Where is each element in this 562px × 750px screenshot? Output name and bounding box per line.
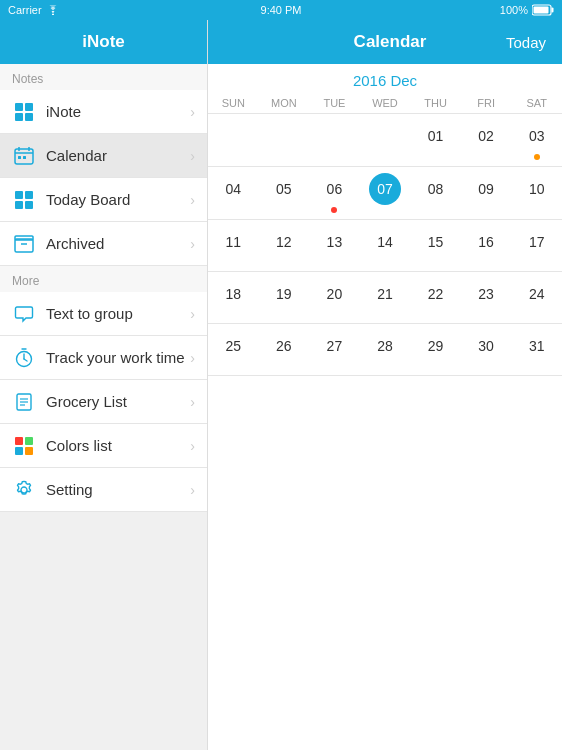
sidebar-item-text-to-group-label: Text to group <box>46 305 190 322</box>
track-work-chevron: › <box>190 350 195 366</box>
calendar-cell-0-1[interactable] <box>259 114 310 167</box>
day-number: 27 <box>318 330 350 362</box>
text-to-group-chevron: › <box>190 306 195 322</box>
sidebar-item-calendar-label: Calendar <box>46 147 190 164</box>
archived-chevron: › <box>190 236 195 252</box>
calendar-cell-3-1[interactable]: 19 <box>259 272 310 324</box>
day-number: 29 <box>420 330 452 362</box>
calendar-cell-2-3[interactable]: 14 <box>360 220 411 272</box>
day-number: 06 <box>318 173 350 205</box>
svg-rect-9 <box>23 156 26 159</box>
calendar-cell-2-2[interactable]: 13 <box>309 220 360 272</box>
day-number: 21 <box>369 278 401 310</box>
calendar-cell-3-2[interactable]: 20 <box>309 272 360 324</box>
calendar-cell-4-1[interactable]: 26 <box>259 324 310 376</box>
day-number: 28 <box>369 330 401 362</box>
day-number: 23 <box>470 278 502 310</box>
calendar-cell-1-5[interactable]: 09 <box>461 167 512 220</box>
calendar-grid: SUN MON TUE WED THU FRI SAT 010203040506… <box>208 93 562 376</box>
calendar-cell-1-0[interactable]: 04 <box>208 167 259 220</box>
day-number: 25 <box>217 330 249 362</box>
calendar-cell-0-4[interactable]: 01 <box>410 114 461 167</box>
calendar-cell-4-0[interactable]: 25 <box>208 324 259 376</box>
calendar-title: Calendar <box>274 32 506 52</box>
status-left: Carrier <box>8 4 60 16</box>
sidebar-item-today-board[interactable]: Today Board › <box>0 178 207 222</box>
sidebar-item-archived-label: Archived <box>46 235 190 252</box>
day-number: 09 <box>470 173 502 205</box>
calendar-cell-0-2[interactable] <box>309 114 360 167</box>
calendar-cell-2-6[interactable]: 17 <box>511 220 562 272</box>
battery-icon <box>532 4 554 16</box>
day-number: 08 <box>420 173 452 205</box>
svg-rect-2 <box>552 8 554 13</box>
weekday-sun: SUN <box>208 93 259 114</box>
status-time: 9:40 PM <box>261 4 302 16</box>
event-dot <box>331 207 337 213</box>
calendar-cell-0-3[interactable] <box>360 114 411 167</box>
day-number: 24 <box>521 278 553 310</box>
sidebar-item-text-to-group[interactable]: Text to group › <box>0 292 207 336</box>
calendar-cell-1-2[interactable]: 06 <box>309 167 360 220</box>
event-dot <box>534 154 540 160</box>
day-number: 17 <box>521 226 553 258</box>
calendar-cell-3-0[interactable]: 18 <box>208 272 259 324</box>
calendar-cell-2-1[interactable]: 12 <box>259 220 310 272</box>
day-number: 07 <box>369 173 401 205</box>
weekday-fri: FRI <box>461 93 512 114</box>
calendar-cell-4-6[interactable]: 31 <box>511 324 562 376</box>
grocery-list-chevron: › <box>190 394 195 410</box>
day-number: 15 <box>420 226 452 258</box>
colors-list-icon <box>12 434 36 458</box>
calendar-month-label: 2016 Dec <box>208 64 562 93</box>
calendar-cell-0-5[interactable]: 02 <box>461 114 512 167</box>
svg-point-0 <box>52 14 54 16</box>
calendar-cell-1-3[interactable]: 07 <box>360 167 411 220</box>
status-right: 100% <box>500 4 554 16</box>
sidebar-item-setting[interactable]: Setting › <box>0 468 207 512</box>
sidebar-item-track-work[interactable]: Track your work time › <box>0 336 207 380</box>
sidebar-item-archived[interactable]: Archived › <box>0 222 207 266</box>
sidebar-item-inote[interactable]: iNote › <box>0 90 207 134</box>
calendar-cell-3-6[interactable]: 24 <box>511 272 562 324</box>
calendar-cell-4-5[interactable]: 30 <box>461 324 512 376</box>
day-number: 26 <box>268 330 300 362</box>
today-button[interactable]: Today <box>506 34 546 51</box>
content-header: Calendar Today <box>208 20 562 64</box>
weekday-sat: SAT <box>511 93 562 114</box>
calendar-cell-2-5[interactable]: 16 <box>461 220 512 272</box>
day-number: 16 <box>470 226 502 258</box>
calendar-cell-3-5[interactable]: 23 <box>461 272 512 324</box>
sidebar-item-colors-list[interactable]: Colors list › <box>0 424 207 468</box>
calendar-cell-2-0[interactable]: 11 <box>208 220 259 272</box>
battery-label: 100% <box>500 4 528 16</box>
calendar-cell-4-4[interactable]: 29 <box>410 324 461 376</box>
sidebar-item-inote-label: iNote <box>46 103 190 120</box>
setting-chevron: › <box>190 482 195 498</box>
calendar-cell-1-4[interactable]: 08 <box>410 167 461 220</box>
calendar-cell-1-6[interactable]: 10 <box>511 167 562 220</box>
calendar-cell-2-4[interactable]: 15 <box>410 220 461 272</box>
day-number: 12 <box>268 226 300 258</box>
sidebar-item-colors-list-label: Colors list <box>46 437 190 454</box>
day-number: 20 <box>318 278 350 310</box>
today-board-chevron: › <box>190 192 195 208</box>
sidebar-spacer <box>0 512 207 750</box>
calendar-cell-4-3[interactable]: 28 <box>360 324 411 376</box>
calendar-cell-0-0[interactable] <box>208 114 259 167</box>
calendar-cell-3-4[interactable]: 22 <box>410 272 461 324</box>
sidebar: iNote Notes iNote › <box>0 20 208 750</box>
weekday-tue: TUE <box>309 93 360 114</box>
more-section-label: More <box>0 266 207 292</box>
calendar-cell-0-6[interactable]: 03 <box>511 114 562 167</box>
today-board-icon <box>12 188 36 212</box>
weekday-thu: THU <box>410 93 461 114</box>
text-to-group-icon <box>12 302 36 326</box>
day-number: 19 <box>268 278 300 310</box>
calendar-cell-4-2[interactable]: 27 <box>309 324 360 376</box>
sidebar-item-calendar[interactable]: Calendar › <box>0 134 207 178</box>
calendar-cell-1-1[interactable]: 05 <box>259 167 310 220</box>
sidebar-item-grocery-list[interactable]: Grocery List › <box>0 380 207 424</box>
calendar-cell-3-3[interactable]: 21 <box>360 272 411 324</box>
track-work-icon <box>12 346 36 370</box>
